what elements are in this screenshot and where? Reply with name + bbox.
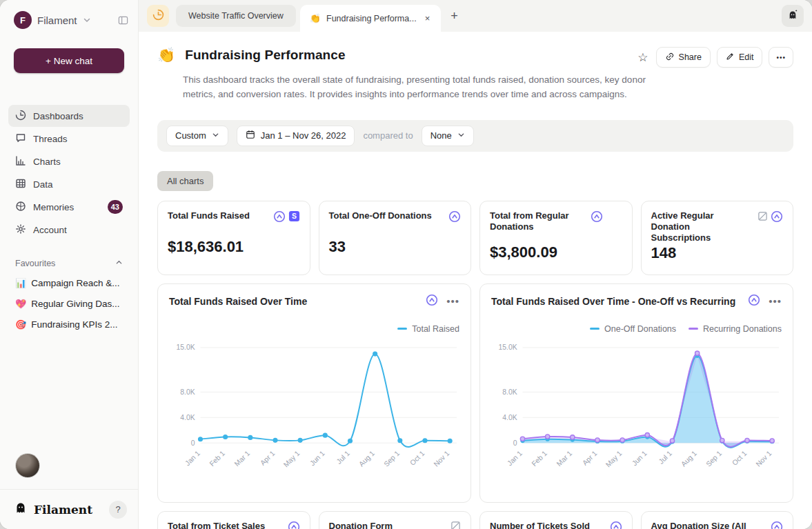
chart-legend: Total Raised (169, 324, 459, 334)
workspace-switcher[interactable]: F Filament (0, 0, 138, 36)
collapse-sidebar-icon[interactable] (118, 15, 128, 26)
kpi-title: Donation Form Conversion (329, 521, 447, 529)
chart-source-icon (273, 210, 286, 226)
chevron-down-icon[interactable] (83, 16, 91, 24)
area-chart[interactable]: 04.0K8.0K15.0KJan 1Feb 1Mar 1Apr 1May 1J… (491, 341, 782, 486)
svg-text:Jul 1: Jul 1 (335, 449, 351, 465)
sidebar-item-memories[interactable]: Memories 43 (8, 196, 130, 218)
sidebar-item-dashboards[interactable]: Dashboards (8, 105, 130, 127)
svg-text:8.0K: 8.0K (180, 388, 195, 396)
kpi-card-total-funds-raised[interactable]: Total Funds Raised S $18,636.01 (157, 201, 310, 275)
pie-chart-icon (15, 110, 26, 123)
edit-label: Edit (739, 52, 754, 62)
share-button[interactable]: Share (656, 47, 711, 68)
sidebar-item-data[interactable]: Data (8, 173, 130, 195)
page-description: This dashboard tracks the overall state … (183, 73, 666, 102)
tab-label: Fundraising Performa... (326, 14, 417, 23)
kpi-title: Active Regular Donation Subscriptions (651, 210, 754, 244)
chart-more-options-icon[interactable]: ••• (769, 295, 782, 307)
favourite-item-label: Fundraising KPIs 2... (31, 319, 117, 330)
svg-text:4.0K: 4.0K (502, 414, 517, 421)
more-options-button[interactable]: ••• (769, 47, 793, 68)
bottom-cards-row: Total from Ticket Sales Donation Form Co… (157, 511, 793, 529)
kpi-card-avg-donation-size[interactable]: Avg Donation Size (All (641, 511, 794, 529)
kpi-title: Avg Donation Size (All (651, 521, 767, 529)
kpi-card-donation-form-conversion[interactable]: Donation Form Conversion (319, 511, 472, 529)
dashboards-tab-icon-button[interactable] (147, 5, 169, 27)
favourite-star-icon[interactable]: ☆ (636, 49, 649, 66)
kpi-value: $3,800.09 (490, 243, 622, 261)
chart-source-icon (771, 521, 783, 529)
svg-text:Sep 1: Sep 1 (382, 449, 401, 468)
legend-label: One-Off Donations (604, 324, 676, 334)
legend-item[interactable]: Recurring Donations (689, 324, 782, 334)
new-tab-button[interactable]: + (450, 9, 458, 23)
compare-dropdown[interactable]: None (422, 126, 474, 146)
chart-more-options-icon[interactable]: ••• (446, 295, 459, 307)
svg-text:Apr 1: Apr 1 (259, 449, 276, 466)
memories-count-badge: 43 (108, 200, 123, 214)
chart-source-icon[interactable] (426, 294, 438, 309)
table-icon (15, 178, 26, 191)
compare-value: None (430, 130, 452, 141)
sidebar-item-threads[interactable]: Threads (8, 128, 130, 150)
kpi-title: Number of Tickets Sold (490, 521, 606, 529)
chart-title: Total Funds Raised Over Time (169, 296, 426, 307)
svg-text:15.0K: 15.0K (176, 343, 195, 351)
legend-item[interactable]: Total Raised (397, 324, 459, 334)
kpi-card-number-of-tickets-sold[interactable]: Number of Tickets Sold (479, 511, 633, 529)
link-icon (665, 52, 675, 63)
kpi-card-total-one-off-donations[interactable]: Total One-Off Donations 33 (319, 201, 472, 275)
svg-text:0: 0 (513, 439, 517, 447)
date-range-button[interactable]: Jan 1 – Nov 26, 2022 (237, 126, 355, 146)
chart-source-icon[interactable] (748, 294, 760, 309)
favourite-item-fundraising-kpis[interactable]: 🎯 Fundraising KPIs 2... (8, 314, 130, 335)
sidebar-item-label: Data (33, 179, 123, 190)
kpi-value: $18,636.01 (168, 238, 300, 256)
favourites-header[interactable]: Favourites (15, 259, 123, 268)
edit-button[interactable]: Edit (717, 47, 763, 68)
dashboard-content: 👏 Fundraising Performance ☆ Share Edit •… (139, 32, 812, 529)
tab-website-traffic-overview[interactable]: Website Traffic Overview (176, 5, 296, 27)
sidebar-item-label: Charts (33, 157, 123, 167)
close-tab-icon[interactable]: × (422, 12, 433, 25)
kpi-card-total-ticket-sales[interactable]: Total from Ticket Sales (157, 511, 310, 529)
all-charts-chip[interactable]: All charts (157, 171, 213, 191)
main-area: Website Traffic Overview 👏 Fundraising P… (139, 0, 812, 529)
chart-source-icon (448, 210, 461, 226)
assistant-ghost-button[interactable] (782, 5, 804, 27)
favourite-item-campaign-reach[interactable]: 📊 Campaign Reach &... (8, 272, 130, 293)
legend-label: Total Raised (412, 324, 459, 334)
favourite-item-regular-giving[interactable]: 💖 Regular Giving Das... (8, 293, 130, 314)
ghost-logo-icon (14, 501, 28, 518)
new-chat-button[interactable]: + New chat (14, 48, 124, 73)
svg-text:Aug 1: Aug 1 (680, 449, 698, 468)
svg-text:0: 0 (191, 439, 195, 447)
svg-text:Jun 1: Jun 1 (631, 449, 648, 467)
stripe-icon: S (288, 210, 300, 225)
chart-card-total-funds-over-time: Total Funds Raised Over Time ••• Total R… (157, 283, 471, 503)
favourite-item-label: Campaign Reach &... (31, 278, 119, 288)
sidebar-item-charts[interactable]: Charts (8, 150, 130, 172)
svg-text:8.0K: 8.0K (502, 388, 517, 396)
app-window: F Filament + New chat Dashboards Threads (0, 0, 812, 529)
bar-chart-icon (15, 155, 26, 168)
line-chart[interactable]: 04.0K8.0K15.0KJan 1Feb 1Mar 1Apr 1May 1J… (169, 341, 459, 486)
favourite-item-label: Regular Giving Das... (31, 299, 119, 309)
tab-fundraising-performance[interactable]: 👏 Fundraising Performa... × (300, 5, 441, 32)
favourites-label: Favourites (15, 259, 55, 268)
kpi-title: Total from Ticket Sales (168, 521, 284, 529)
chart-source-icon (591, 210, 603, 226)
help-button[interactable]: ? (109, 501, 127, 519)
range-type-dropdown[interactable]: Custom (166, 126, 228, 146)
heart-emoji-icon: 💖 (15, 299, 26, 309)
kpi-card-total-regular-donations[interactable]: Total from Regular Donations $3,800.09 (479, 201, 633, 275)
sidebar-item-account[interactable]: Account (8, 219, 130, 241)
kpi-value: 33 (329, 238, 462, 256)
user-avatar[interactable] (15, 453, 40, 478)
svg-text:Feb 1: Feb 1 (531, 449, 549, 468)
kpi-card-active-regular-subscriptions[interactable]: Active Regular Donation Subscriptions 14… (641, 201, 794, 275)
kpi-title: Total One-Off Donations (329, 210, 445, 221)
svg-text:S: S (292, 213, 297, 221)
legend-item[interactable]: One-Off Donations (590, 324, 676, 334)
